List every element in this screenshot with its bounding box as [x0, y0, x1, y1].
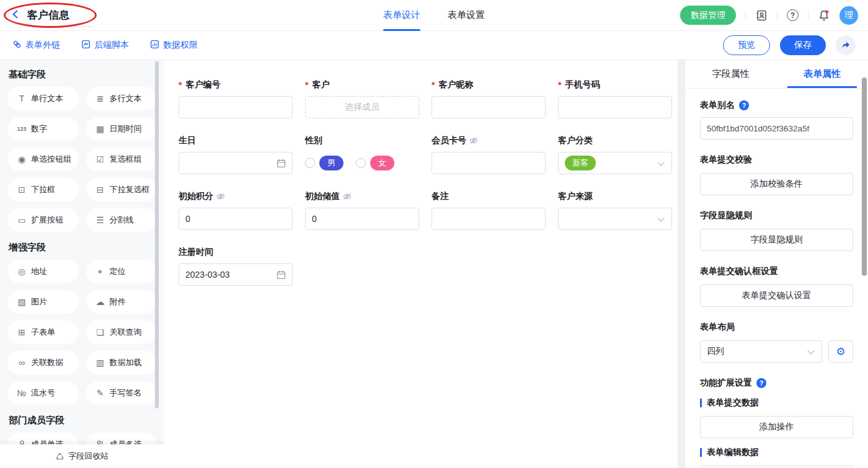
tab-form-design[interactable]: 表单设计: [383, 0, 420, 31]
customer-no-input[interactable]: [179, 96, 293, 118]
sidebar-scrollbar[interactable]: [155, 61, 159, 408]
sidebar-item-multi-select[interactable]: ⊟下拉复选框: [86, 178, 157, 201]
member-picker[interactable]: 选择成员: [305, 96, 419, 118]
multi-select-icon: ⊟: [94, 185, 107, 194]
sidebar-item-datetime[interactable]: ▦日期时间: [86, 117, 157, 141]
extension-settings-section: 功能扩展设置 表单提交数据 添加操作 表单编辑数据 添加操作: [700, 377, 853, 468]
data-permission-link[interactable]: 数据权限: [150, 40, 198, 51]
field-customer[interactable]: 客户 选择成员: [305, 79, 419, 118]
help-icon[interactable]: [756, 378, 766, 388]
header-actions: 数据管理 理: [680, 6, 858, 25]
sidebar-item-address[interactable]: ◎地址: [7, 260, 79, 283]
register-time-date-input[interactable]: 2023-03-03: [179, 263, 293, 286]
sidebar-item-linked-data[interactable]: ∞关联数据: [7, 351, 79, 374]
sidebar-item-serial-number[interactable]: №流水号: [7, 381, 79, 405]
backend-script-link[interactable]: 后端脚本: [81, 40, 129, 51]
sidebar-item-signature[interactable]: ✎手写签名: [86, 381, 157, 405]
field-customer-source[interactable]: 客户来源: [558, 190, 672, 230]
birthday-date-input[interactable]: [179, 152, 293, 174]
sidebar-item-select[interactable]: ⊡下拉框: [7, 178, 79, 201]
submit-confirm-section: 表单提交确认框设置 表单提交确认设置: [700, 266, 853, 307]
calendar-icon: [277, 159, 286, 168]
header-tabs: 表单设计 表单设置: [383, 0, 485, 31]
submit-data-subsection: 表单提交数据: [700, 397, 853, 408]
field-label: 客户: [305, 79, 419, 91]
field-customer-category[interactable]: 客户分类 新客: [558, 135, 672, 174]
help-icon[interactable]: [787, 9, 799, 21]
script-icon: [81, 40, 91, 51]
tab-form-settings[interactable]: 表单设置: [448, 0, 485, 31]
field-initial-balance[interactable]: 初始储值: [305, 190, 419, 230]
gender-option-female[interactable]: 女: [356, 156, 394, 170]
preview-button[interactable]: 预览: [723, 35, 770, 55]
sidebar-item-location[interactable]: ⌖定位: [86, 260, 157, 283]
share-button[interactable]: [836, 35, 856, 55]
recycle-icon: ♺: [56, 452, 64, 461]
radio-icon[interactable]: [356, 158, 366, 168]
field-birthday[interactable]: 生日: [179, 135, 293, 174]
sidebar-item-image[interactable]: ▧图片: [7, 290, 79, 314]
back-icon[interactable]: [10, 9, 21, 22]
sidebar-item-attachment[interactable]: ☁附件: [86, 290, 157, 314]
customer-nickname-input[interactable]: [432, 96, 546, 118]
tab-form-properties[interactable]: 表单属性: [777, 60, 868, 88]
field-gender[interactable]: 性别 男 女: [305, 135, 419, 174]
remark-input[interactable]: [432, 208, 546, 230]
field-customer-no[interactable]: 客户编号: [179, 79, 293, 118]
field-recycle-bin[interactable]: ♺ 字段回收站: [0, 444, 164, 468]
sidebar-item-checkbox-group[interactable]: ☑复选框组: [86, 148, 157, 171]
initial-balance-input[interactable]: [305, 208, 419, 230]
sidebar-item-data-load[interactable]: ▥数据加载: [86, 351, 157, 374]
sidebar-item-number[interactable]: 123数字: [7, 117, 79, 141]
form-external-link[interactable]: 表单外链: [12, 40, 60, 51]
customer-category-select[interactable]: 新客: [558, 152, 672, 174]
add-submit-action-button[interactable]: 添加操作: [700, 416, 853, 438]
sidebar-item-linked-query[interactable]: ❏关联查询: [86, 320, 157, 344]
layout-settings-button[interactable]: ⚙: [828, 340, 853, 363]
field-register-time[interactable]: 注册时间 2023-03-03: [179, 246, 293, 286]
sidebar-item-single-line-text[interactable]: T单行文本: [7, 87, 79, 110]
sidebar-item-subform[interactable]: ⊞子表单: [7, 320, 79, 344]
sidebar-item-radio-group[interactable]: ◉单选按钮组: [7, 148, 79, 171]
add-validation-button[interactable]: 添加校验条件: [700, 173, 853, 195]
divider-icon: ☰: [94, 216, 107, 224]
phone-input[interactable]: [558, 96, 672, 118]
field-customer-nickname[interactable]: 客户昵称: [432, 79, 546, 118]
user-avatar[interactable]: 理: [839, 6, 858, 25]
notification-bell-icon[interactable]: [818, 9, 830, 22]
radio-icon[interactable]: [305, 158, 315, 168]
field-phone[interactable]: 手机号码: [558, 79, 672, 118]
customer-source-select[interactable]: [558, 208, 672, 230]
form-alias-input[interactable]: [700, 117, 853, 139]
sidebar-section-basic: 基础字段 T单行文本 ≣多行文本 123数字 ▦日期时间 ◉单选按钮组 ☑复选框…: [7, 69, 157, 232]
help-icon[interactable]: [739, 100, 749, 110]
sidebar-item-divider[interactable]: ☰分割线: [86, 208, 157, 232]
field-remark[interactable]: 备注: [432, 190, 546, 230]
extend-button-icon: ▭: [16, 216, 28, 224]
sidebar-item-multi-line-text[interactable]: ≣多行文本: [86, 87, 157, 110]
back-title-group[interactable]: 客户信息: [10, 8, 69, 22]
save-button[interactable]: 保存: [780, 35, 826, 55]
add-edit-action-button[interactable]: 添加操作: [700, 466, 853, 468]
category-tag: 新客: [565, 156, 596, 170]
gear-icon: ⚙: [836, 347, 845, 357]
sidebar-section-enhanced: 增强字段 ◎地址 ⌖定位 ▧图片 ☁附件 ⊞子表单 ❏关联查询 ∞关联数据 ▥数…: [7, 242, 157, 405]
data-manage-button[interactable]: 数据管理: [680, 6, 736, 25]
member-card-no-input[interactable]: [432, 152, 546, 174]
chevron-down-icon: [807, 347, 814, 354]
contacts-icon[interactable]: [755, 9, 768, 22]
field-initial-points[interactable]: 初始积分: [179, 190, 293, 230]
initial-points-input[interactable]: [179, 208, 293, 230]
sidebar-item-extend-button[interactable]: ▭扩展按钮: [7, 208, 79, 232]
submit-confirm-settings-button[interactable]: 表单提交确认设置: [700, 285, 853, 307]
page-title: 客户信息: [27, 8, 69, 22]
attachment-icon: ☁: [94, 298, 107, 306]
tab-field-properties[interactable]: 字段属性: [685, 60, 777, 88]
field-label: 客户来源: [558, 190, 672, 203]
gender-option-male[interactable]: 男: [305, 156, 343, 170]
page-scrollbar[interactable]: [862, 77, 867, 276]
field-member-card-no[interactable]: 会员卡号: [432, 135, 546, 174]
field-visibility-rules-button[interactable]: 字段显隐规则: [700, 229, 853, 251]
field-label: 初始储值: [305, 190, 419, 203]
layout-select[interactable]: 四列: [700, 340, 822, 363]
